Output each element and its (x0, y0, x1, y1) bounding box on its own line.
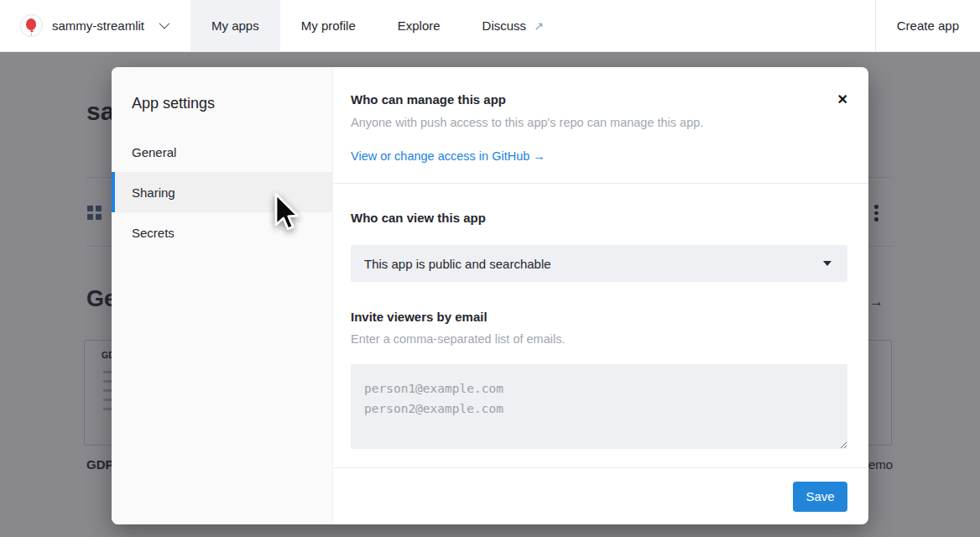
tab-explore[interactable]: Explore (377, 0, 461, 51)
settings-sidebar: App settings General Sharing Secrets (112, 67, 333, 524)
github-access-link[interactable]: View or change access in GitHub → (351, 149, 545, 163)
external-link-icon: ↗ (534, 19, 544, 33)
balloon-icon (26, 18, 36, 30)
sidebar-item-general[interactable]: General (112, 132, 332, 172)
sidebar-item-sharing[interactable]: Sharing (112, 172, 332, 212)
tab-discuss[interactable]: Discuss ↗ (461, 0, 565, 51)
tab-my-apps[interactable]: My apps (190, 0, 280, 51)
modal-title: App settings (112, 67, 332, 112)
view-section-title: Who can view this app (351, 211, 847, 225)
visibility-dropdown-value: This app is public and searchable (364, 257, 551, 271)
manage-section: Who can manage this app Anyone with push… (333, 67, 868, 184)
visibility-dropdown[interactable]: This app is public and searchable (351, 245, 847, 282)
nav-tabs: My apps My profile Explore Discuss ↗ (190, 0, 565, 51)
app-settings-modal: App settings General Sharing Secrets Who… (112, 67, 868, 524)
top-navbar: sammy-streamlit My apps My profile Explo… (0, 0, 980, 52)
save-button[interactable]: Save (793, 482, 847, 512)
manage-section-title: Who can manage this app (351, 92, 818, 107)
invite-section-title: Invite viewers by email (351, 310, 847, 324)
chevron-down-icon (159, 18, 170, 29)
dropdown-caret-icon (823, 261, 831, 266)
invite-section-hint: Enter a comma-separated list of emails. (351, 332, 847, 346)
settings-content: Who can manage this app Anyone with push… (333, 67, 868, 524)
streamlit-balloon-logo-icon (20, 14, 43, 37)
invite-emails-textarea[interactable]: person1@example.com person2@example.com (351, 364, 847, 449)
workspace-switcher[interactable]: sammy-streamlit (20, 0, 167, 51)
create-app-button[interactable]: Create app (876, 0, 980, 51)
view-section: Who can view this app This app is public… (333, 184, 868, 467)
manage-section-description: Anyone with push access to this app's re… (351, 116, 818, 129)
modal-footer: Save (333, 467, 868, 524)
settings-menu: General Sharing Secrets (112, 132, 332, 253)
tab-my-profile[interactable]: My profile (280, 0, 377, 51)
workspace-name: sammy-streamlit (52, 18, 144, 33)
sidebar-item-secrets[interactable]: Secrets (112, 212, 332, 253)
close-icon[interactable]: ✕ (837, 93, 848, 107)
